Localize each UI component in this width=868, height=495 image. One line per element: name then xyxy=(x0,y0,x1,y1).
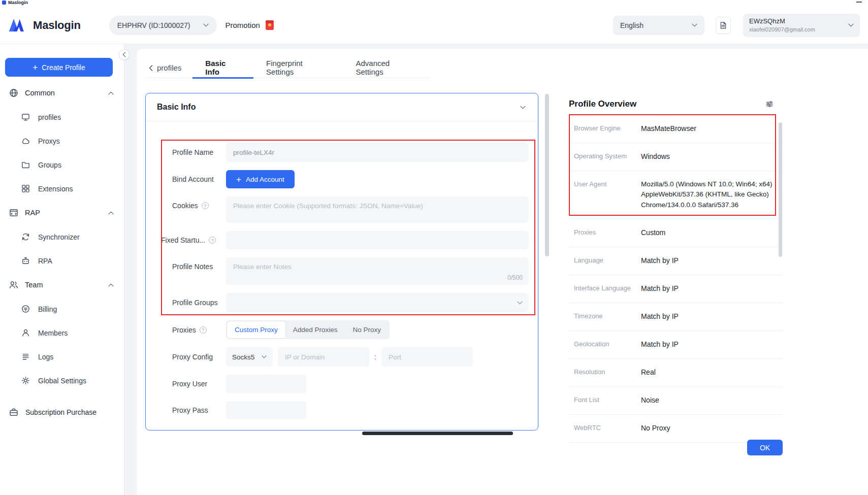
profile-notes-textarea[interactable] xyxy=(226,257,529,285)
minimize-icon[interactable] xyxy=(856,2,862,3)
proxy-option-none[interactable]: No Proxy xyxy=(345,321,389,338)
overview-scrollbar-thumb[interactable] xyxy=(779,122,782,257)
overview-row-value: Match by IP xyxy=(641,255,779,266)
horizontal-scrollbar-thumb[interactable] xyxy=(362,432,513,435)
sidebar-section-rap[interactable]: RAP xyxy=(0,201,124,225)
plus-icon: + xyxy=(33,63,38,72)
tab-basic-info[interactable]: Basic Info xyxy=(192,58,253,79)
field-label: Fixed Startu... ? xyxy=(146,236,226,244)
sidebar-item-label: Subscription Purchase xyxy=(25,408,97,416)
tab-label: Advanced Settings xyxy=(356,59,417,76)
overview-scrollbar[interactable] xyxy=(779,94,782,435)
field-label: Proxy User xyxy=(146,380,226,388)
proxy-option-added[interactable]: Added Proxies xyxy=(285,321,345,338)
overview-row-value: Match by IP xyxy=(641,283,779,294)
fixed-startup-input[interactable] xyxy=(226,231,529,249)
field-label: Proxy Config xyxy=(146,353,226,361)
field-bind-account: Bind Account + Add Account xyxy=(146,170,538,188)
field-label: Proxies ? xyxy=(146,326,226,334)
sidebar-item-label: profiles xyxy=(38,113,61,121)
sidebar-item-logs[interactable]: Logs xyxy=(0,345,124,369)
proxy-option-custom[interactable]: Custom Proxy xyxy=(227,321,285,338)
field-cookies: Cookies ? xyxy=(146,196,538,223)
language-selector[interactable]: English xyxy=(613,16,704,35)
overview-row: Geolocation Match by IP xyxy=(569,331,783,359)
proxy-ip-input[interactable] xyxy=(278,347,369,367)
proxy-user-input[interactable] xyxy=(226,375,306,393)
overview-row: Operating System Windows xyxy=(569,143,783,171)
profile-name-input[interactable] xyxy=(226,143,529,162)
overview-row: Interface Language Match by IP xyxy=(569,275,783,303)
field-label: Bind Account xyxy=(146,175,226,183)
sidebar-item-profiles[interactable]: profiles xyxy=(0,105,124,129)
promotion-label: Promotion xyxy=(225,21,260,29)
sidebar-section-common[interactable]: Common xyxy=(0,81,124,105)
tabs-row: profiles Basic Info Fingerprint Settings… xyxy=(145,58,430,78)
card-title: Basic Info xyxy=(157,103,196,112)
sidebar-item-billing[interactable]: Billing xyxy=(0,297,124,321)
overview-row-value: Custom xyxy=(641,227,779,238)
grid-icon xyxy=(21,184,30,193)
main-scrollbar-thumb[interactable] xyxy=(545,94,549,256)
profile-overview-panel: Profile Overview Browser Engine MasMateB… xyxy=(569,99,783,443)
sidebar-item-groups[interactable]: Groups xyxy=(0,153,124,177)
chevron-left-icon xyxy=(149,65,153,71)
overview-row-value: MasMateBrowser xyxy=(641,123,779,134)
sidebar-item-global-settings[interactable]: Global Settings xyxy=(0,369,124,392)
profile-groups-select[interactable] xyxy=(226,293,529,312)
sidebar-item-members[interactable]: Members xyxy=(0,321,124,345)
rap-icon xyxy=(9,208,18,217)
main-scrollbar[interactable] xyxy=(545,93,549,431)
chevron-left-icon xyxy=(122,52,126,57)
ok-button[interactable]: OK xyxy=(747,440,783,455)
proxy-protocol-select[interactable]: Socks5 xyxy=(226,347,273,367)
sidebar-item-subscription-purchase[interactable]: Subscription Purchase xyxy=(0,400,124,425)
overview-row-value: Windows xyxy=(641,151,779,162)
overview-row: Proxies Custom xyxy=(569,219,783,247)
add-account-button[interactable]: + Add Account xyxy=(226,170,295,188)
workspace-selector[interactable]: EHPHRV (ID:1000027) xyxy=(109,16,217,35)
proxies-segmented-control: Custom Proxy Added Proxies No Proxy xyxy=(226,320,390,339)
overview-row: Language Match by IP xyxy=(569,247,783,275)
overview-row-label: Proxies xyxy=(574,227,641,236)
create-profile-button[interactable]: + Create Profile xyxy=(5,58,113,77)
sidebar-section-team[interactable]: Team xyxy=(0,273,124,297)
sidebar-item-rpa[interactable]: RPA xyxy=(0,249,124,273)
briefcase-icon xyxy=(9,408,18,417)
overview-row-label: Font List xyxy=(574,395,641,404)
chevron-up-icon xyxy=(108,211,114,215)
user-meta: EWzSQhzM xiaofei020907@gmail.com xyxy=(749,17,815,33)
logs-icon xyxy=(21,352,30,361)
sidebar-item-proxys[interactable]: Proxys xyxy=(0,129,124,153)
field-profile-groups: Profile Groups xyxy=(146,293,538,312)
overview-row-label: Browser Engine xyxy=(574,123,641,132)
tab-fingerprint-settings[interactable]: Fingerprint Settings xyxy=(253,58,343,79)
back-to-profiles-link[interactable]: profiles xyxy=(145,58,192,78)
field-profile-notes: Profile Notes 0/500 xyxy=(146,257,538,285)
section-label: Common xyxy=(25,89,55,97)
document-button[interactable] xyxy=(716,17,731,34)
cookies-textarea[interactable] xyxy=(226,196,529,223)
field-label: Profile Notes xyxy=(146,257,226,271)
promotion-link[interactable]: Promotion xyxy=(225,20,273,30)
chevron-down-icon[interactable] xyxy=(520,106,526,109)
annotation-box-form xyxy=(161,140,535,315)
sidebar-collapse-button[interactable] xyxy=(119,49,130,60)
sidebar-item-label: Extensions xyxy=(38,185,73,193)
sidebar-item-synchronizer[interactable]: Synchronizer xyxy=(0,225,124,249)
folder-icon xyxy=(21,160,30,169)
overview-row-label: Geolocation xyxy=(574,339,641,348)
main-area: profiles Basic Info Fingerprint Settings… xyxy=(124,44,868,495)
red-envelope-icon xyxy=(266,20,274,30)
field-fixed-startup: Fixed Startu... ? xyxy=(146,231,538,249)
user-account-selector[interactable]: EWzSQhzM xiaofei020907@gmail.com xyxy=(743,14,860,37)
sidebar-item-extensions[interactable]: Extensions xyxy=(0,177,124,201)
overview-options-icon[interactable] xyxy=(765,100,774,108)
overview-row-value: No Proxy xyxy=(641,423,779,434)
user-email: xiaofei020907@gmail.com xyxy=(749,26,815,33)
proxy-port-input[interactable] xyxy=(381,347,473,367)
basic-info-card-header[interactable]: Basic Info xyxy=(146,93,538,121)
tab-advanced-settings[interactable]: Advanced Settings xyxy=(343,58,430,79)
proxy-pass-input[interactable] xyxy=(226,401,306,419)
app-window: Maslogin Maslogin EHPHRV (ID:1000027) Pr… xyxy=(0,0,868,495)
